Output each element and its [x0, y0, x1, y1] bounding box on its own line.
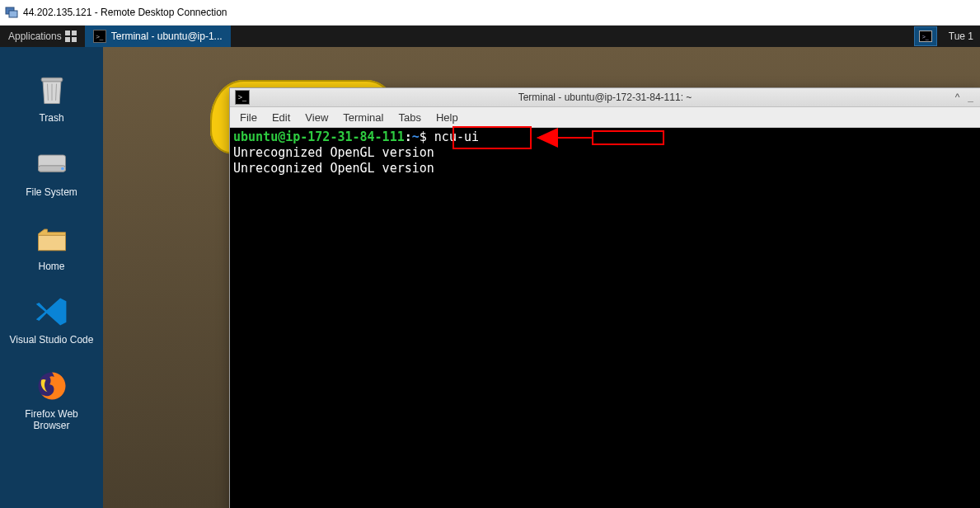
desktop-icon-firefox[interactable]: Firefox Web Browser [7, 368, 97, 432]
terminal-output-line: Unrecognized OpenGL version [233, 161, 977, 176]
terminal-output-line: Unrecognized OpenGL version [233, 145, 977, 161]
desktop-icon-label: Home [38, 261, 64, 273]
desktop-icon-label: File System [26, 187, 77, 199]
svg-rect-1 [9, 11, 17, 17]
terminal-prompt-suffix: $ [420, 129, 434, 144]
tray-terminal-indicator[interactable]: >_ [914, 26, 937, 46]
menu-edit[interactable]: Edit [272, 111, 290, 124]
terminal-prompt-path: ~ [412, 129, 420, 144]
svg-point-18 [61, 167, 64, 170]
taskbar-item-label: Terminal - ubuntu@ip-1... [111, 31, 223, 42]
desktop-icon-label: Visual Studio Code [10, 335, 94, 346]
terminal-icon: >_ [93, 30, 106, 43]
terminal-prompt-user-host: ubuntu@ip-172-31-84-111 [233, 129, 405, 144]
menu-view[interactable]: View [305, 111, 328, 124]
svg-rect-12 [41, 78, 63, 82]
rdp-title-text: 44.202.135.121 - Remote Desktop Connecti… [23, 7, 227, 18]
top-panel: Applications >_ Terminal - ubuntu@ip-1..… [0, 26, 980, 47]
menu-help[interactable]: Help [436, 111, 458, 124]
terminal-output[interactable]: ubuntu@ip-172-31-84-111:~$ ncu-ui Unreco… [230, 128, 980, 508]
app-grid-icon [65, 31, 77, 42]
desktop-icon-area: Trash File System Home Visual Studio Cod… [0, 47, 103, 508]
terminal-window: >_ Terminal - ubuntu@ip-172-31-84-111: ~… [229, 87, 980, 508]
desktop-icon-label: Trash [39, 113, 63, 125]
desktop-icon-label: Firefox Web Browser [7, 409, 97, 432]
terminal-titlebar[interactable]: >_ Terminal - ubuntu@ip-172-31-84-111: ~… [230, 88, 980, 107]
taskbar-item-terminal[interactable]: >_ Terminal - ubuntu@ip-1... [85, 26, 231, 47]
remote-desktop-area: TechLatest.Net Applications >_ Terminal … [0, 26, 980, 508]
menu-terminal[interactable]: Terminal [343, 111, 383, 124]
window-minimize-button[interactable]: _ [968, 92, 973, 103]
rdp-title-bar: 44.202.135.121 - Remote Desktop Connecti… [0, 0, 980, 26]
system-tray: >_ Tue 1 [907, 26, 980, 46]
desktop-icon-vscode[interactable]: Visual Studio Code [7, 294, 97, 346]
terminal-command: ncu-ui [434, 129, 479, 144]
menu-file[interactable]: File [240, 111, 257, 124]
menu-tabs[interactable]: Tabs [398, 111, 420, 124]
desktop-icon-trash[interactable]: Trash [7, 72, 97, 125]
desktop-icon-filesystem[interactable]: File System [7, 146, 97, 199]
rdp-icon [5, 6, 18, 19]
svg-rect-19 [38, 235, 65, 250]
panel-clock[interactable]: Tue 1 [944, 31, 973, 42]
terminal-prompt-sep: : [405, 129, 412, 144]
window-button-menu-up-icon[interactable]: ^ [955, 92, 960, 103]
terminal-title-text: Terminal - ubuntu@ip-172-31-84-111: ~ [230, 92, 980, 103]
terminal-menu-bar: File Edit View Terminal Tabs Help [230, 107, 980, 128]
terminal-icon: >_ [235, 90, 250, 105]
desktop-icon-home[interactable]: Home [7, 220, 97, 273]
applications-menu[interactable]: Applications [0, 26, 85, 47]
